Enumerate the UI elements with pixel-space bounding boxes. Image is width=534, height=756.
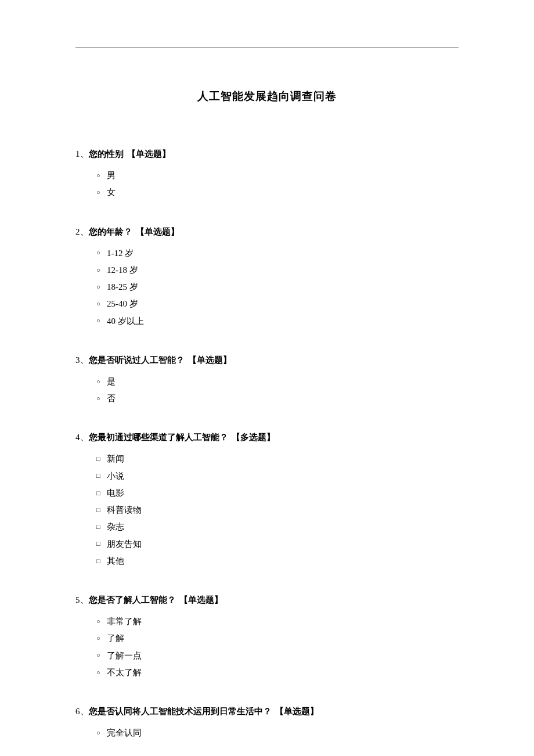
radio-icon[interactable]	[96, 298, 106, 310]
question-header: 2、您的年龄？【单选题】	[75, 226, 459, 238]
options-list: 新闻小说电影科普读物杂志朋友告知其他	[75, 451, 459, 570]
option-label: 非常了解	[106, 613, 142, 630]
checkbox-icon[interactable]	[96, 555, 106, 567]
radio-icon[interactable]	[96, 170, 106, 182]
option-label: 男	[106, 167, 116, 184]
option-item[interactable]: 科普读物	[96, 502, 459, 519]
question-text: 您的年龄？	[89, 227, 132, 236]
checkbox-icon[interactable]	[96, 538, 106, 550]
option-item[interactable]: 是	[96, 373, 459, 390]
question-type-label: 【多选题】	[232, 433, 275, 442]
option-label: 25-40 岁	[106, 296, 138, 312]
checkbox-icon[interactable]	[96, 487, 106, 499]
document-page: 人工智能发展趋向调查问卷 1、您的性别【单选题】男女2、您的年龄？【单选题】1-…	[75, 48, 459, 756]
options-list: 非常了解了解了解一点不太了解	[75, 613, 459, 681]
option-item[interactable]: 完全认同	[96, 725, 459, 741]
option-label: 电影	[106, 485, 124, 502]
question-number: 3、	[75, 355, 89, 365]
radio-icon[interactable]	[96, 649, 106, 661]
option-item[interactable]: 男	[96, 167, 459, 184]
checkbox-icon[interactable]	[96, 521, 106, 533]
option-item[interactable]: 25-40 岁	[96, 296, 459, 312]
question-text: 您是否了解人工智能？	[89, 595, 176, 604]
option-label: 小说	[106, 468, 124, 485]
question-text: 您最初通过哪些渠道了解人工智能？	[89, 433, 228, 442]
option-item[interactable]: 40 岁以上	[96, 313, 459, 330]
question-type-label: 【单选题】	[127, 149, 171, 159]
question-type-label: 【单选题】	[275, 707, 319, 716]
question-block: 2、您的年龄？【单选题】1-12 岁12-18 岁18-25 岁25-40 岁4…	[75, 226, 459, 330]
option-item[interactable]: 朋友告知	[96, 536, 459, 553]
question-block: 1、您的性别【单选题】男女	[75, 148, 459, 201]
survey-title: 人工智能发展趋向调查问卷	[75, 89, 459, 104]
question-block: 3、您是否听说过人工智能？【单选题】是否	[75, 354, 459, 408]
option-item[interactable]: 了解	[96, 630, 459, 647]
option-item[interactable]: 18-25 岁	[96, 279, 459, 296]
question-text: 您的性别	[89, 149, 124, 159]
options-list: 完全认同	[75, 725, 459, 741]
radio-icon[interactable]	[96, 247, 106, 259]
question-block: 4、您最初通过哪些渠道了解人工智能？【多选题】新闻小说电影科普读物杂志朋友告知其…	[75, 431, 459, 570]
option-label: 朋友告知	[106, 536, 142, 553]
radio-icon[interactable]	[96, 186, 106, 199]
option-item[interactable]: 杂志	[96, 519, 459, 535]
radio-icon[interactable]	[96, 727, 106, 739]
option-item[interactable]: 非常了解	[96, 613, 459, 630]
option-label: 了解一点	[106, 647, 142, 664]
option-item[interactable]: 了解一点	[96, 647, 459, 664]
option-item[interactable]: 新闻	[96, 451, 459, 467]
question-block: 5、您是否了解人工智能？【单选题】非常了解了解了解一点不太了解	[75, 594, 459, 681]
question-type-label: 【单选题】	[136, 227, 179, 236]
option-label: 18-25 岁	[106, 279, 138, 296]
radio-icon[interactable]	[96, 615, 106, 628]
option-label: 女	[106, 184, 116, 201]
question-header: 4、您最初通过哪些渠道了解人工智能？【多选题】	[75, 431, 459, 444]
radio-icon[interactable]	[96, 376, 106, 388]
question-number: 4、	[75, 433, 89, 442]
question-header: 6、您是否认同将人工智能技术运用到日常生活中？【单选题】	[75, 705, 459, 718]
option-label: 了解	[106, 630, 124, 647]
radio-icon[interactable]	[96, 264, 106, 276]
checkbox-icon[interactable]	[96, 504, 106, 516]
radio-icon[interactable]	[96, 632, 106, 645]
question-number: 1、	[75, 149, 89, 159]
option-label: 是	[106, 373, 116, 390]
option-label: 科普读物	[106, 502, 142, 519]
option-item[interactable]: 1-12 岁	[96, 245, 459, 262]
radio-icon[interactable]	[96, 393, 106, 405]
question-number: 2、	[75, 227, 89, 236]
option-item[interactable]: 否	[96, 390, 459, 407]
option-item[interactable]: 小说	[96, 468, 459, 485]
option-item[interactable]: 不太了解	[96, 664, 459, 681]
checkbox-icon[interactable]	[96, 470, 106, 482]
option-item[interactable]: 女	[96, 184, 459, 201]
option-item[interactable]: 电影	[96, 485, 459, 502]
options-list: 是否	[75, 373, 459, 408]
option-label: 否	[106, 390, 116, 407]
question-type-label: 【单选题】	[179, 595, 223, 604]
option-label: 其他	[106, 553, 124, 570]
checkbox-icon[interactable]	[96, 453, 106, 465]
question-block: 6、您是否认同将人工智能技术运用到日常生活中？【单选题】完全认同	[75, 705, 459, 741]
option-label: 12-18 岁	[106, 262, 138, 279]
option-label: 完全认同	[106, 725, 142, 741]
question-number: 6、	[75, 707, 89, 716]
question-text: 您是否认同将人工智能技术运用到日常生活中？	[89, 707, 272, 716]
question-number: 5、	[75, 595, 89, 604]
question-header: 3、您是否听说过人工智能？【单选题】	[75, 354, 459, 366]
questions-container: 1、您的性别【单选题】男女2、您的年龄？【单选题】1-12 岁12-18 岁18…	[75, 148, 459, 741]
question-type-label: 【单选题】	[188, 355, 232, 365]
question-text: 您是否听说过人工智能？	[89, 355, 185, 365]
option-label: 1-12 岁	[106, 245, 134, 262]
option-label: 杂志	[106, 519, 124, 535]
radio-icon[interactable]	[96, 315, 106, 327]
options-list: 男女	[75, 167, 459, 201]
option-item[interactable]: 其他	[96, 553, 459, 570]
question-header: 1、您的性别【单选题】	[75, 148, 459, 160]
top-rule	[75, 48, 459, 48]
radio-icon[interactable]	[96, 281, 106, 293]
options-list: 1-12 岁12-18 岁18-25 岁25-40 岁40 岁以上	[75, 245, 459, 330]
radio-icon[interactable]	[96, 667, 106, 679]
option-label: 新闻	[106, 451, 124, 467]
option-item[interactable]: 12-18 岁	[96, 262, 459, 279]
